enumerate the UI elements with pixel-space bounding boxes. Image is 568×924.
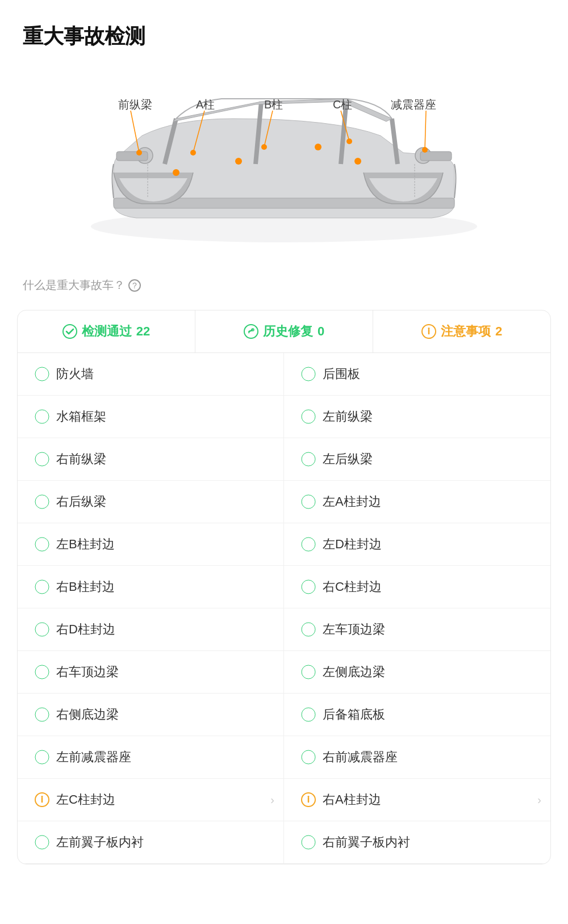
stats-header: 检测通过 22 历史修复 0 <box>18 310 550 353</box>
svg-point-27 <box>173 169 179 176</box>
check-item-label: 左B柱封边 <box>56 536 115 553</box>
check-item-label: 左前减震器座 <box>56 749 131 766</box>
notice-check-icon <box>35 792 49 807</box>
check-item-label: 左D柱封边 <box>323 536 382 553</box>
svg-point-53 <box>35 708 49 721</box>
svg-point-39 <box>35 410 49 423</box>
repair-count: 0 <box>318 324 324 339</box>
pass-check-icon <box>301 665 316 679</box>
svg-point-50 <box>302 623 315 636</box>
notice-count: 2 <box>495 324 502 339</box>
check-item-label: 右B柱封边 <box>56 578 115 595</box>
pass-check-icon <box>301 537 316 552</box>
check-item: 左车顶边梁 <box>284 608 550 651</box>
svg-line-25 <box>425 111 426 150</box>
pass-check-icon <box>35 452 49 467</box>
pass-check-icon <box>301 409 316 424</box>
check-item: 右侧底边梁 <box>18 694 284 736</box>
page-title: 重大事故检测 <box>0 0 568 62</box>
notice-label: 注意事项 <box>441 323 491 340</box>
svg-point-23 <box>346 138 352 144</box>
check-item-label: 水箱框架 <box>56 408 106 425</box>
check-item: 水箱框架 <box>18 396 284 438</box>
check-item: 右车顶边梁 <box>18 651 284 694</box>
check-item[interactable]: 右A柱封边 › <box>284 779 550 821</box>
svg-point-40 <box>302 410 315 423</box>
page-container: 重大事故检测 <box>0 0 568 924</box>
check-item-label: 左侧底边梁 <box>323 663 385 681</box>
check-items-grid: 防火墙 后围板 水箱框架 左前纵梁 <box>18 353 550 864</box>
svg-point-14 <box>136 150 142 156</box>
question-icon: ? <box>128 279 141 292</box>
svg-point-62 <box>308 796 310 797</box>
check-item-label: 右前减震器座 <box>323 749 398 766</box>
info-label: 什么是重大事故车？ <box>23 278 125 293</box>
svg-point-51 <box>35 665 49 679</box>
stat-repair: 历史修复 0 <box>195 310 373 352</box>
svg-text:减震器座: 减震器座 <box>391 98 436 111</box>
pass-icon <box>62 324 77 339</box>
stat-pass: 检测通过 22 <box>18 310 195 352</box>
pass-check-icon <box>301 367 316 381</box>
svg-text:前纵梁: 前纵梁 <box>118 98 152 111</box>
svg-point-44 <box>302 495 315 509</box>
pass-check-icon <box>35 579 49 594</box>
svg-point-42 <box>302 452 315 466</box>
chevron-right-icon: › <box>537 793 541 807</box>
check-item-label: 右前翼子板内衬 <box>323 834 410 851</box>
check-item: 后备箱底板 <box>284 694 550 736</box>
inspection-card: 检测通过 22 历史修复 0 <box>17 310 551 864</box>
check-item: 左D柱封边 <box>284 523 550 566</box>
svg-point-55 <box>35 750 49 764</box>
check-item-label: 右A柱封边 <box>323 791 381 808</box>
svg-point-47 <box>35 580 49 594</box>
svg-text:B柱: B柱 <box>264 98 283 111</box>
stat-notice: 注意事项 2 <box>373 310 550 352</box>
check-item: 左前纵梁 <box>284 396 550 438</box>
notice-icon <box>421 324 436 339</box>
check-item: 左B柱封边 <box>18 523 284 566</box>
pass-check-icon <box>301 750 316 765</box>
check-item-label: 右后纵梁 <box>56 493 106 510</box>
check-item: 后围板 <box>284 353 550 396</box>
svg-text:C柱: C柱 <box>333 98 352 111</box>
check-item-label: 右车顶边梁 <box>56 663 119 681</box>
svg-point-26 <box>422 147 428 153</box>
svg-point-30 <box>354 158 361 165</box>
svg-point-54 <box>302 708 315 721</box>
check-item: 右前减震器座 <box>284 736 550 779</box>
pass-check-icon <box>35 622 49 637</box>
svg-rect-10 <box>116 152 148 161</box>
check-item-label: 左车顶边梁 <box>323 621 385 638</box>
svg-point-43 <box>35 495 49 509</box>
info-section[interactable]: 什么是重大事故车？ ? <box>0 272 568 304</box>
pass-check-icon <box>301 835 316 850</box>
check-item[interactable]: 左C柱封边 › <box>18 779 284 821</box>
svg-point-29 <box>315 144 321 150</box>
pass-check-icon <box>35 707 49 722</box>
svg-point-64 <box>302 835 315 849</box>
check-item: 左后纵梁 <box>284 438 550 481</box>
pass-check-icon <box>35 537 49 552</box>
check-item: 右前翼子板内衬 <box>284 821 550 864</box>
repair-icon <box>244 324 258 339</box>
chevron-right-icon: › <box>270 793 274 807</box>
check-item-label: 右D柱封边 <box>56 621 115 638</box>
pass-check-icon <box>301 579 316 594</box>
svg-point-63 <box>35 835 49 849</box>
check-item-label: 右前纵梁 <box>56 451 106 468</box>
pass-check-icon <box>35 750 49 765</box>
check-item: 右B柱封边 <box>18 566 284 608</box>
svg-point-56 <box>302 750 315 764</box>
svg-point-20 <box>261 144 267 150</box>
check-item-label: 右C柱封边 <box>323 578 382 595</box>
svg-point-28 <box>235 158 242 165</box>
chassis-diagram: 前纵梁 A柱 B柱 C柱 减震器座 <box>23 73 545 255</box>
check-item: 左侧底边梁 <box>284 651 550 694</box>
check-item: 左A柱封边 <box>284 481 550 523</box>
pass-check-icon <box>35 409 49 424</box>
svg-point-48 <box>302 580 315 594</box>
svg-point-45 <box>35 537 49 551</box>
check-item: 左前翼子板内衬 <box>18 821 284 864</box>
pass-check-icon <box>35 367 49 381</box>
